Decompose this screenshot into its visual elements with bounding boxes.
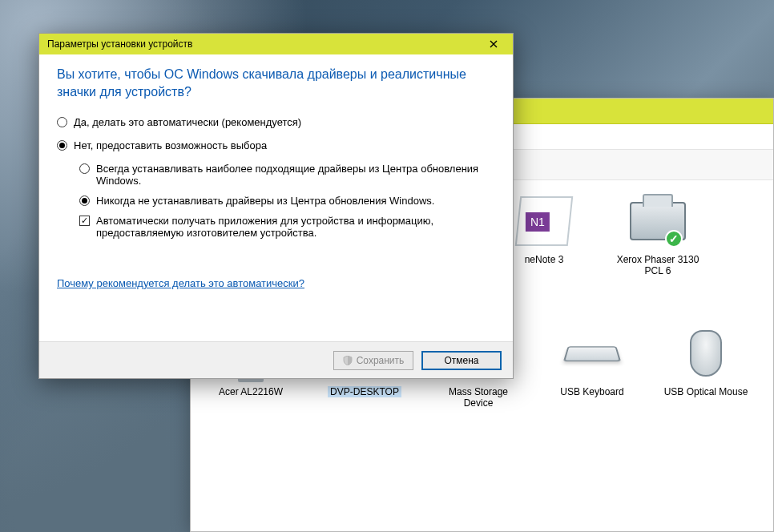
cancel-button[interactable]: Отмена [421, 351, 502, 370]
dialog-titlebar[interactable]: Параметры установки устройств [39, 34, 513, 54]
radio-icon [57, 140, 67, 151]
radio-never-install[interactable]: Никогда не устанавливать драйверы из Цен… [79, 195, 495, 207]
radio-icon [57, 117, 67, 127]
device-usb-mouse[interactable]: USB Optical Mouse [663, 325, 748, 409]
checkbox-icon [79, 216, 90, 226]
close-icon [490, 40, 498, 48]
device-xerox-phaser[interactable]: ✓ Xerox Phaser 3130 PCL 6 [615, 193, 700, 277]
onenote-icon [515, 196, 574, 246]
save-button[interactable]: Сохранить [333, 351, 413, 370]
why-auto-link[interactable]: Почему рекомендуется делать это автомати… [57, 277, 304, 289]
keyboard-icon [563, 346, 621, 361]
radio-manual[interactable]: Нет, предоставить возможность выбора [57, 139, 495, 151]
dialog-title: Параметры установки устройств [47, 38, 192, 50]
close-button[interactable] [479, 36, 508, 52]
checkbox-auto-apps[interactable]: Автоматически получать приложения для ус… [79, 215, 495, 239]
dialog-body: Вы хотите, чтобы ОС Windows скачивала др… [39, 54, 513, 289]
radio-auto[interactable]: Да, делать это автоматически (рекомендуе… [57, 116, 495, 128]
device-onenote[interactable]: neNote 3 [502, 193, 587, 277]
dialog-footer: Сохранить Отмена [39, 341, 513, 378]
radio-icon [79, 163, 90, 174]
radio-icon [79, 195, 90, 206]
default-check-icon: ✓ [665, 230, 683, 248]
device-install-settings-dialog: Параметры установки устройств Вы хотите,… [38, 33, 514, 379]
radio-always-install[interactable]: Всегда устанавливать наиболее подходящие… [79, 163, 495, 187]
manual-subgroup: Всегда устанавливать наиболее подходящие… [79, 163, 495, 239]
device-usb-keyboard[interactable]: USB Keyboard [550, 325, 635, 409]
mouse-icon [690, 330, 722, 377]
shield-icon [343, 356, 353, 365]
dialog-heading: Вы хотите, чтобы ОС Windows скачивала др… [57, 66, 495, 100]
